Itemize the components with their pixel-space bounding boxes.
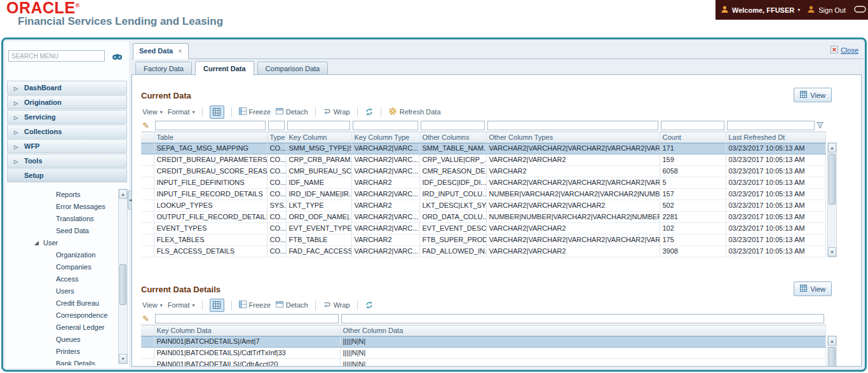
cell[interactable]: EVT_EVENT_DESC|... bbox=[419, 222, 486, 234]
table-row[interactable]: INPUT_FILE_RECORD_DETAILSCO...IRD_IDF_NA… bbox=[141, 188, 825, 200]
sidebar-item-servicing[interactable]: ▷Servicing bbox=[7, 110, 127, 124]
cell[interactable]: VARCHAR2|VARCHAR2 bbox=[486, 154, 660, 165]
cell[interactable]: SYS... bbox=[267, 200, 286, 211]
cell[interactable]: 2281 bbox=[660, 211, 726, 222]
cell[interactable]: 03/23/2017 10:05:13 AM bbox=[726, 234, 825, 245]
cell[interactable]: 03/23/2017 10:05:13 AM bbox=[726, 200, 825, 211]
tab-current-data[interactable]: Current Data bbox=[195, 61, 254, 76]
cell[interactable]: FLS_ACCESS_DETAILS bbox=[154, 245, 267, 257]
cell[interactable]: INPUT_FILE_DEFINITIONS bbox=[154, 177, 267, 188]
filter-input-key-column-data[interactable] bbox=[155, 314, 339, 323]
cell[interactable]: VARCHAR2|VARC... bbox=[351, 142, 419, 154]
cell[interactable]: VARCHAR2|VARCHAR2|VARCHAR2 bbox=[486, 200, 660, 211]
scroll-up-icon[interactable]: ▲ bbox=[828, 143, 836, 153]
search-menu-input[interactable] bbox=[8, 50, 105, 62]
filter-input-other-columns[interactable] bbox=[421, 121, 485, 130]
tab-close-icon[interactable]: × bbox=[178, 47, 182, 55]
cell[interactable]: PAIN001|BATCHDETAILS|/Amt|7 bbox=[154, 336, 340, 347]
cell[interactable]: CRP_VALUE|CRP_... bbox=[419, 154, 486, 165]
tree-item-seed-data[interactable]: Seed Data bbox=[6, 225, 118, 237]
welcome-label[interactable]: Welcome, FFUSER bbox=[732, 6, 794, 14]
sign-out-link[interactable]: Sign Out bbox=[818, 6, 846, 14]
tree-item-reports[interactable]: Reports bbox=[6, 189, 118, 201]
filter-input-last-refreshed[interactable] bbox=[727, 121, 815, 130]
scroll-up-icon[interactable]: ▲ bbox=[828, 336, 836, 346]
tree-item-printers[interactable]: Printers bbox=[6, 346, 118, 358]
cell[interactable]: 03/23/2017 10:05:13 AM bbox=[726, 142, 825, 154]
cell[interactable]: EVENT_TYPES bbox=[154, 222, 267, 234]
cell[interactable]: |||||N|N| bbox=[340, 347, 825, 358]
table-grid-icon[interactable] bbox=[210, 299, 224, 312]
cell[interactable]: CMR_REASON_DE... bbox=[419, 165, 486, 177]
cell[interactable]: 03/23/2017 10:05:13 AM bbox=[726, 211, 825, 222]
tree-item-correspondence[interactable]: Correspondence bbox=[6, 309, 118, 322]
cell[interactable]: CO... bbox=[267, 165, 286, 177]
cell[interactable]: VARCHAR2 bbox=[351, 234, 419, 245]
tree-item-error-messages[interactable]: Error Messages bbox=[6, 201, 118, 213]
format-menu-button[interactable]: Format▾ bbox=[168, 301, 195, 309]
cell[interactable]: CO... bbox=[267, 245, 286, 257]
cell[interactable]: IRD_INPUT_COLU... bbox=[419, 188, 486, 200]
table-row[interactable]: FLS_ACCESS_DETAILSCO...FAD_FAC_ACCESS...… bbox=[141, 245, 825, 257]
cell[interactable]: IDF_DESC|IDF_DI... bbox=[419, 177, 486, 188]
cell[interactable]: IRD_IDF_NAME|IR... bbox=[286, 188, 351, 200]
cell[interactable]: VARCHAR2|VARCHAR2|VARCHAR2|VARCHAR2|VARC… bbox=[486, 177, 660, 188]
column-header[interactable]: Other Column Types bbox=[486, 132, 660, 142]
cell[interactable]: VARCHAR2|VARC... bbox=[351, 245, 419, 257]
tab-comparison-data[interactable]: Comparison Data bbox=[257, 62, 329, 75]
refresh-icon[interactable] bbox=[365, 301, 374, 309]
tree-item-translations[interactable]: Translations bbox=[6, 213, 118, 225]
tree-item-credit-bureau[interactable]: Credit Bureau bbox=[6, 297, 118, 309]
cell[interactable]: SEPA_TAG_MSG_MAPPING bbox=[154, 142, 267, 154]
column-header[interactable]: Count bbox=[660, 132, 726, 142]
cell[interactable]: 03/23/2017 10:05:13 AM bbox=[726, 188, 825, 200]
table-grid-icon[interactable] bbox=[210, 105, 224, 119]
cell[interactable]: NUMBER|NUMBER|VARCHAR2|VARCHAR2|NUMBER|N… bbox=[486, 211, 660, 222]
table-row[interactable]: CREDIT_BUREAU_SCORE_REAS...CO...CMR_BURE… bbox=[141, 165, 825, 177]
cell[interactable]: FAD_FAC_ACCESS... bbox=[286, 245, 351, 257]
scrollbar-thumb[interactable] bbox=[829, 347, 836, 367]
cell[interactable]: 502 bbox=[660, 200, 726, 211]
column-header[interactable]: Other Column Data bbox=[340, 325, 825, 336]
close-control[interactable]: Close bbox=[831, 46, 858, 55]
column-header[interactable]: Table bbox=[154, 132, 267, 142]
cell[interactable]: CO... bbox=[267, 154, 286, 165]
filter-funnel-icon[interactable] bbox=[816, 121, 824, 130]
view-button[interactable]: View bbox=[794, 88, 832, 102]
cell[interactable]: 171 bbox=[660, 142, 726, 154]
tree-item-user[interactable]: User bbox=[6, 237, 118, 249]
cell[interactable]: VARCHAR2|VARCHAR2 bbox=[486, 245, 660, 257]
cell[interactable]: LKT_TYPE bbox=[286, 200, 351, 211]
cell[interactable]: 5 bbox=[660, 177, 726, 188]
cell[interactable]: ORD_ODF_NAME|... bbox=[286, 211, 351, 222]
cell[interactable]: PAIN001|BATCHDETAILS|/CdtTrfTxInf|33 bbox=[154, 347, 340, 358]
column-header[interactable]: Other Columns bbox=[419, 132, 486, 142]
wrap-button[interactable]: Wrap bbox=[323, 301, 350, 309]
cell[interactable]: VARCHAR2|VARC... bbox=[351, 211, 419, 222]
scroll-up-icon[interactable]: ▲ bbox=[119, 189, 127, 199]
filter-input-key-column[interactable] bbox=[287, 121, 350, 130]
detach-button[interactable]: Detach bbox=[276, 107, 308, 116]
cell[interactable]: VARCHAR2|VARCHAR2|VARCHAR2|VARCHAR2|VARC… bbox=[486, 142, 660, 154]
cell[interactable]: ORD_DATA_COLU... bbox=[419, 211, 486, 222]
cell[interactable]: SMM_MSG_TYPE|S... bbox=[286, 142, 351, 154]
cell[interactable]: VARCHAR2 bbox=[351, 200, 419, 211]
tree-expanded-icon[interactable] bbox=[34, 241, 39, 245]
sidebar-item-wfp[interactable]: ▷WFP bbox=[7, 139, 127, 153]
tree-item-organization[interactable]: Organization bbox=[6, 249, 118, 261]
cell[interactable]: CO... bbox=[267, 177, 286, 188]
filter-input-count[interactable] bbox=[661, 121, 724, 130]
cell[interactable]: VARCHAR2 bbox=[351, 177, 419, 188]
tree-item-access[interactable]: Access bbox=[6, 273, 118, 285]
cell[interactable]: 03/23/2017 10:05:13 AM bbox=[726, 177, 825, 188]
cell[interactable]: LOOKUP_TYPES bbox=[154, 200, 267, 211]
sidebar-item-tools[interactable]: ▷Tools bbox=[7, 154, 127, 168]
column-header[interactable]: Key Column Type bbox=[351, 132, 419, 142]
cell[interactable]: CO... bbox=[267, 188, 286, 200]
cell[interactable]: 6058 bbox=[660, 165, 726, 177]
close-window-icon[interactable] bbox=[831, 46, 838, 55]
cell[interactable]: SMM_TABLE_NAM... bbox=[419, 142, 486, 154]
detach-button[interactable]: Detach bbox=[276, 301, 308, 309]
cell[interactable]: NUMBER|VARCHAR2|VARCHAR2|VARCHAR2|NUMBER… bbox=[486, 188, 660, 200]
freeze-button[interactable]: Freeze bbox=[239, 301, 271, 309]
